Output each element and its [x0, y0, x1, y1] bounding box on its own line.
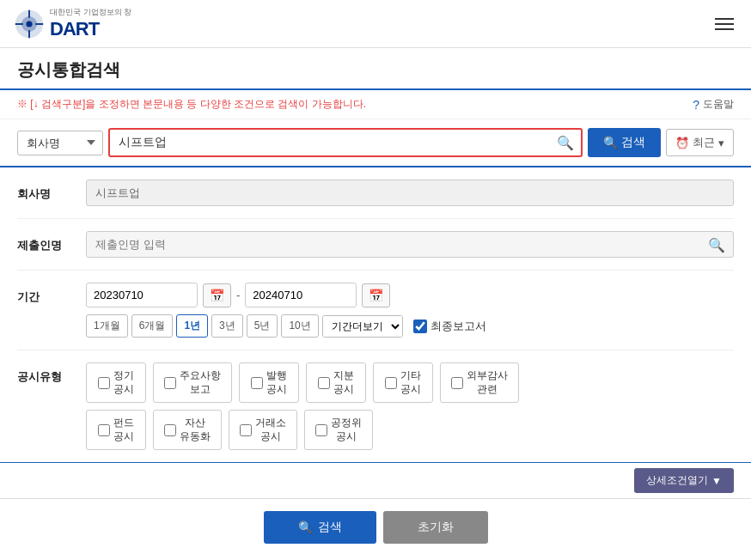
notice-type-other[interactable]: 기타공시 [373, 362, 433, 403]
search-bar: 회사명 종목코드 🔍 🔍 검색 ⏰ 최근 ▾ [0, 119, 751, 167]
clock-icon: ⏰ [675, 137, 689, 149]
notice-type-exchange-checkbox[interactable] [240, 424, 252, 436]
notice-type-asset[interactable]: 자산유동화 [153, 410, 222, 450]
notice-type-equity-label: 지분공시 [333, 369, 354, 396]
notice-type-fund[interactable]: 펀드공시 [86, 410, 146, 450]
submitter-input[interactable] [86, 231, 734, 258]
chevron-down-icon: ▾ [718, 137, 724, 149]
notice-type-audit[interactable]: 외부감사관련 [440, 362, 519, 403]
recent-button-label: 최근 [693, 135, 715, 150]
svg-point-2 [26, 21, 32, 27]
search-tip-bar: ※ [↓ 검색구분]을 조정하면 본문내용 등 다양한 조건으로 검색이 가능합… [0, 90, 751, 119]
notice-type-asset-checkbox[interactable] [164, 424, 176, 436]
submitter-row: 제출인명 🔍 [17, 231, 734, 271]
date-range-row: 📅 - 📅 [86, 283, 734, 307]
period-5year-button[interactable]: 5년 [247, 314, 278, 338]
notice-type-equity-checkbox[interactable] [318, 377, 330, 389]
period-1year-button[interactable]: 1년 [176, 314, 208, 338]
notice-type-asset-label: 자산유동화 [180, 417, 211, 443]
search-icon: 🔍 [603, 136, 618, 149]
question-icon: ? [693, 98, 699, 112]
period-1month-button[interactable]: 1개월 [86, 314, 128, 338]
notice-type-exchange-label: 거래소공시 [255, 417, 286, 443]
notice-type-fair-checkbox[interactable] [315, 424, 327, 436]
detail-toggle-label: 상세조건열기 [646, 473, 708, 488]
search-input[interactable] [108, 128, 583, 157]
page-title: 공시통합검색 [17, 58, 734, 82]
notice-type-other-label: 기타공시 [400, 369, 421, 396]
search-icon: 🔍 [298, 520, 313, 534]
submitter-search-icon: 🔍 [708, 236, 725, 253]
notice-type-fund-checkbox[interactable] [98, 424, 110, 436]
search-clear-icon: 🔍 [557, 135, 574, 151]
date-separator: - [236, 289, 240, 301]
period-label: 기간 [17, 283, 86, 305]
period-10year-button[interactable]: 10년 [281, 314, 318, 338]
search-tip-text: ※ [↓ 검색구분]을 조정하면 본문내용 등 다양한 조건으로 검색이 가능합… [17, 97, 366, 112]
main-search-button-label: 검색 [318, 520, 342, 535]
date-end-input[interactable] [245, 283, 357, 307]
notice-type-label: 공시유형 [17, 362, 86, 385]
notice-type-exchange[interactable]: 거래소공시 [229, 410, 297, 450]
logo-main-text: DART [50, 18, 131, 40]
notice-types-second-row: 펀드공시 자산유동화 거래소공시 공정위공시 [86, 410, 734, 450]
page-title-area: 공시통합검색 [0, 48, 751, 90]
notice-type-issue-checkbox[interactable] [251, 377, 263, 389]
detail-toggle-row: 상세조건열기 ▼ [0, 462, 751, 498]
search-button[interactable]: 🔍 검색 [588, 128, 661, 157]
notice-type-fund-label: 펀드공시 [113, 417, 134, 443]
notice-type-regular-label: 정기공시 [113, 369, 134, 396]
calendar-start-button[interactable]: 📅 [203, 283, 231, 307]
period-6month-button[interactable]: 6개월 [131, 314, 174, 338]
main-search-button[interactable]: 🔍 검색 [264, 511, 376, 544]
submitter-content: 🔍 [86, 231, 734, 258]
header: 대한민국 기업정보의 창 DART [0, 0, 751, 48]
latest-report-label[interactable]: 최종보고서 [413, 319, 486, 334]
notice-type-major[interactable]: 주요사항보고 [153, 362, 232, 403]
notice-type-equity[interactable]: 지분공시 [306, 362, 366, 403]
notice-type-row: 공시유형 정기공시 주요사항보고 발행공시 지분공시 [17, 362, 734, 450]
notice-type-content: 정기공시 주요사항보고 발행공시 지분공시 기타공시 [86, 362, 734, 450]
period-3year-button[interactable]: 3년 [211, 314, 243, 338]
notice-type-audit-label: 외부감사관련 [467, 369, 508, 396]
recent-button[interactable]: ⏰ 최근 ▾ [666, 129, 734, 156]
notice-type-fair[interactable]: 공정위공시 [304, 410, 373, 450]
reset-button-label: 초기화 [418, 520, 454, 533]
period-more-select-wrapper: 기간더보기 [322, 315, 403, 338]
help-label: 도움말 [703, 97, 734, 112]
detail-toggle-button[interactable]: 상세조건열기 ▼ [634, 468, 734, 493]
help-button[interactable]: ? 도움말 [693, 97, 734, 112]
period-more-select[interactable]: 기간더보기 [323, 316, 402, 337]
bottom-buttons: 🔍 검색 초기화 [0, 498, 751, 556]
company-name-label: 회사명 [17, 180, 86, 202]
search-input-wrapper: 🔍 [108, 128, 583, 157]
notice-type-other-checkbox[interactable] [385, 377, 397, 389]
latest-report-text: 최종보고서 [430, 319, 486, 334]
notice-type-issue[interactable]: 발행공시 [239, 362, 299, 403]
company-name-input[interactable] [86, 180, 734, 206]
company-name-content [86, 180, 734, 206]
notice-type-regular[interactable]: 정기공시 [86, 362, 146, 403]
hamburger-menu-button[interactable] [711, 15, 737, 33]
notice-type-major-label: 주요사항보고 [180, 369, 221, 396]
period-content: 📅 - 📅 1개월 6개월 1년 3년 5년 10년 기간더보기 [86, 283, 734, 338]
logo: 대한민국 기업정보의 창 DART [14, 7, 131, 40]
notice-types-first-row: 정기공시 주요사항보고 발행공시 지분공시 기타공시 [86, 362, 734, 403]
period-shortcut-row: 1개월 6개월 1년 3년 5년 10년 기간더보기 최종보고서 [86, 314, 734, 338]
date-start-input[interactable] [86, 283, 198, 307]
chevron-down-icon: ▼ [711, 475, 722, 487]
notice-type-audit-checkbox[interactable] [451, 377, 463, 389]
notice-type-issue-label: 발행공시 [266, 369, 287, 396]
company-name-row: 회사명 [17, 180, 734, 219]
reset-button[interactable]: 초기화 [383, 511, 488, 544]
latest-report-checkbox[interactable] [413, 320, 427, 333]
company-type-select[interactable]: 회사명 종목코드 [17, 131, 103, 155]
form-section: 회사명 제출인명 🔍 기간 📅 - 📅 1개월 6개월 1년 [0, 167, 751, 462]
submitter-label: 제출인명 [17, 231, 86, 253]
notice-type-regular-checkbox[interactable] [98, 377, 110, 389]
calendar-end-button[interactable]: 📅 [362, 283, 390, 307]
notice-type-fair-label: 공정위공시 [331, 417, 362, 443]
notice-type-major-checkbox[interactable] [164, 377, 176, 389]
search-button-label: 검색 [621, 135, 645, 150]
period-row: 기간 📅 - 📅 1개월 6개월 1년 3년 5년 10년 기간더보기 [17, 283, 734, 350]
